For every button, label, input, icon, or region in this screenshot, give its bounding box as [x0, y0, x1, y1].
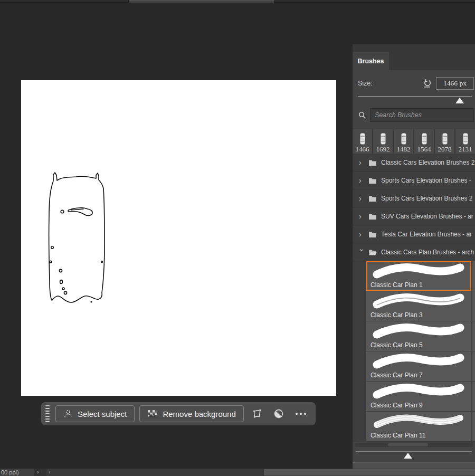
car-top-icon — [442, 132, 448, 145]
contextual-taskbar: Select subject Remove background — [41, 402, 316, 425]
next-column-sliver[interactable] — [472, 382, 475, 411]
size-slider[interactable] — [358, 92, 474, 104]
brush-preset[interactable]: 1564 — [414, 129, 435, 154]
brush-item-row: Classic Car Plan 3 — [353, 291, 475, 321]
more-options-button[interactable] — [292, 405, 309, 422]
brush-preset[interactable]: 2131 — [455, 129, 475, 154]
brush-label: Classic Car Plan 9 — [370, 402, 471, 409]
brush-stroke-preview — [370, 293, 467, 311]
brush-item-row: Classic Car Plan 11 — [353, 412, 475, 441]
preset-size-label: 1692 — [376, 145, 390, 153]
brush-label: Classic Car Plan 1 — [370, 281, 470, 289]
adjustments-button[interactable] — [270, 405, 287, 422]
search-brushes-input[interactable] — [370, 108, 474, 122]
document-info: 00 ppi) — [0, 469, 34, 476]
next-column-sliver[interactable] — [472, 351, 475, 381]
chevron-icon: › — [359, 231, 367, 238]
chevron-icon: › — [358, 249, 366, 257]
car-plan-sketch — [21, 80, 336, 396]
brush-size-controls: Size: 1466 px — [353, 70, 475, 126]
taskbar-drag-handle[interactable] — [45, 405, 50, 422]
brush-folder-row[interactable]: › Classic Cars Plan Brushes - arch — [353, 243, 475, 261]
top-toolbar-edge — [0, 0, 475, 3]
preset-size-label: 1482 — [397, 145, 411, 153]
brush-folder-row[interactable]: › Tesla Car Elevation Brushes - ar — [353, 225, 475, 243]
size-slider-thumb[interactable] — [455, 98, 464, 103]
reset-icon — [422, 79, 432, 88]
folder-label: Classic Cars Elevation Brushes 2 — [381, 159, 474, 166]
brush-stroke-preview — [370, 413, 467, 431]
horizontal-scrollbar[interactable]: ‹ — [46, 469, 475, 476]
document-canvas[interactable] — [21, 80, 336, 396]
preview-size-slider[interactable] — [353, 449, 475, 462]
brush-item[interactable]: Classic Car Plan 9 — [366, 382, 471, 411]
tab-brushes[interactable]: Brushes — [353, 52, 389, 70]
search-icon — [358, 111, 367, 120]
brush-item-row: Classic Car Plan 7 — [353, 351, 475, 381]
preset-size-label: 1564 — [417, 145, 431, 153]
folder-label: Tesla Car Elevation Brushes - ar — [381, 231, 472, 238]
brush-folder-row[interactable]: › SUV Cars Elevation Brushes - ar — [353, 207, 475, 225]
brush-item-row: Classic Car Plan 1 — [353, 261, 475, 291]
chevron-icon: › — [359, 213, 367, 220]
brush-folder-row[interactable]: › Sports Cars Elevation Brushes - — [353, 172, 475, 189]
person-icon — [63, 409, 73, 418]
next-column-sliver[interactable] — [472, 291, 475, 321]
chevron-icon: › — [359, 195, 367, 202]
brushes-panel: Brushes Size: 1466 px — [353, 44, 475, 469]
next-column-sliver[interactable] — [472, 412, 475, 441]
brush-folder-row[interactable]: › Sports Cars Elevation Brushes 2 — [353, 189, 475, 207]
panel-footer — [353, 462, 475, 469]
brush-label: Classic Car Plan 3 — [370, 311, 471, 319]
folder-label: Sports Cars Elevation Brushes - — [381, 177, 471, 184]
size-reset-button[interactable] — [422, 79, 432, 88]
brush-item[interactable]: Classic Car Plan 7 — [366, 351, 471, 381]
transform-button[interactable] — [249, 405, 265, 422]
chevron-icon: › — [359, 177, 367, 184]
status-expand-chevron[interactable]: › — [37, 469, 39, 475]
brush-label: Classic Car Plan 5 — [370, 341, 471, 349]
status-bar: 00 ppi) › ‹ — [0, 469, 475, 476]
brush-list: Classic Car Plan 1 Classic Car Plan 3 — [353, 261, 475, 442]
chevron-icon: › — [359, 159, 367, 166]
folder-label: Sports Cars Elevation Brushes 2 — [381, 195, 472, 202]
scroll-left-arrow[interactable]: ‹ — [49, 469, 51, 475]
brush-item[interactable]: Classic Car Plan 11 — [366, 412, 471, 441]
preset-size-label: 2131 — [459, 145, 472, 153]
transform-icon — [252, 408, 262, 419]
folder-icon — [368, 195, 377, 202]
next-column-sliver[interactable] — [472, 261, 475, 291]
preview-slider-track — [356, 451, 472, 452]
remove-background-label: Remove background — [163, 410, 235, 418]
brush-label: Classic Car Plan 11 — [370, 432, 471, 439]
scrollbar-thumb[interactable] — [264, 469, 475, 475]
folder-label: SUV Cars Elevation Brushes - ar — [381, 213, 473, 220]
brush-preset[interactable]: 2078 — [435, 129, 455, 154]
brush-stroke-preview — [370, 263, 467, 281]
document-tab-edge — [128, 0, 274, 3]
brush-label: Classic Car Plan 7 — [370, 372, 471, 379]
select-subject-button[interactable]: Select subject — [55, 405, 135, 422]
preview-slider-thumb[interactable] — [404, 453, 412, 459]
contrast-icon — [273, 408, 284, 419]
folder-icon — [368, 213, 377, 220]
brush-preset[interactable]: 1482 — [394, 129, 414, 154]
brush-preset[interactable]: 1692 — [373, 129, 394, 154]
brush-item[interactable]: Classic Car Plan 1 — [366, 261, 471, 291]
brush-preset[interactable]: 1466 — [353, 129, 373, 154]
brush-folder-row[interactable]: › Classic Cars Elevation Brushes 2 — [353, 154, 475, 172]
remove-background-button[interactable]: Remove background — [139, 405, 243, 422]
folder-icon — [368, 159, 377, 166]
brush-item[interactable]: Classic Car Plan 3 — [366, 291, 471, 321]
brush-item-row: Classic Car Plan 5 — [353, 321, 475, 351]
size-value-input[interactable]: 1466 px — [436, 77, 474, 90]
car-top-icon — [380, 132, 386, 145]
folder-open-icon — [368, 249, 377, 256]
brush-item[interactable]: Classic Car Plan 5 — [366, 321, 471, 351]
brush-list-scrollbar[interactable] — [355, 443, 473, 447]
next-column-sliver[interactable] — [472, 321, 475, 351]
select-subject-label: Select subject — [78, 410, 127, 418]
folder-icon — [368, 231, 377, 238]
folder-list: › Classic Cars Elevation Brushes 2 › Spo… — [353, 154, 475, 261]
brush-stroke-preview — [370, 323, 467, 341]
